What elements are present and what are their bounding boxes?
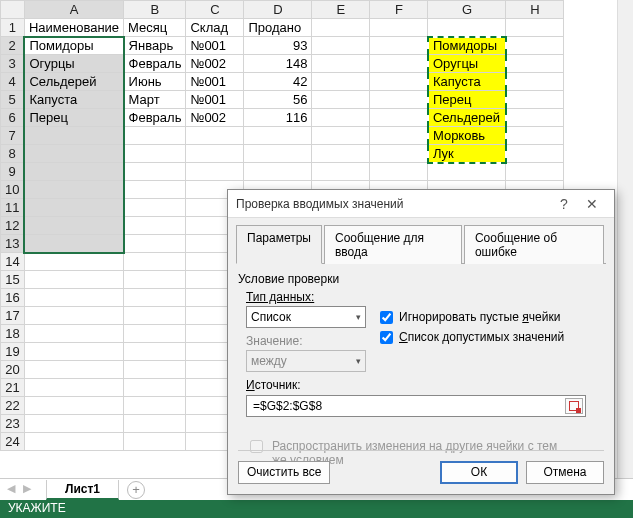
- cell[interactable]: [24, 217, 123, 235]
- cell[interactable]: Помидоры: [428, 37, 506, 55]
- cell[interactable]: [186, 145, 244, 163]
- row-header[interactable]: 6: [1, 109, 25, 127]
- cell[interactable]: Оругцы: [428, 55, 506, 73]
- cell[interactable]: [124, 289, 186, 307]
- col-header-D[interactable]: D: [244, 1, 312, 19]
- cell[interactable]: 93: [244, 37, 312, 55]
- cell[interactable]: 148: [244, 55, 312, 73]
- cell[interactable]: [24, 127, 123, 145]
- cell[interactable]: [24, 199, 123, 217]
- cell[interactable]: [124, 217, 186, 235]
- cell[interactable]: [370, 145, 428, 163]
- row-header[interactable]: 9: [1, 163, 25, 181]
- cell[interactable]: [124, 415, 186, 433]
- cell[interactable]: [312, 73, 370, 91]
- cell[interactable]: [370, 163, 428, 181]
- col-header-H[interactable]: H: [506, 1, 564, 19]
- cell[interactable]: Сельдерей: [428, 109, 506, 127]
- sheet-nav-next-icon[interactable]: ▶: [20, 481, 34, 496]
- cell[interactable]: [24, 415, 123, 433]
- ignore-blank-checkbox[interactable]: Игнорировать пустые ячейки: [380, 310, 564, 324]
- cell[interactable]: [124, 343, 186, 361]
- cell[interactable]: [124, 181, 186, 199]
- row-header[interactable]: 19: [1, 343, 25, 361]
- col-header-B[interactable]: B: [124, 1, 186, 19]
- cell[interactable]: [124, 379, 186, 397]
- row-header[interactable]: 21: [1, 379, 25, 397]
- cell[interactable]: [506, 37, 564, 55]
- col-header-A[interactable]: A: [24, 1, 123, 19]
- cell[interactable]: 56: [244, 91, 312, 109]
- tab-parameters[interactable]: Параметры: [236, 225, 322, 264]
- help-icon[interactable]: ?: [550, 196, 578, 212]
- range-selector-button[interactable]: [565, 398, 583, 414]
- cell[interactable]: [506, 145, 564, 163]
- row-header[interactable]: 13: [1, 235, 25, 253]
- cell[interactable]: №001: [186, 91, 244, 109]
- cell[interactable]: Помидоры: [24, 37, 123, 55]
- cell[interactable]: Январь: [124, 37, 186, 55]
- cell[interactable]: [428, 19, 506, 37]
- col-header-F[interactable]: F: [370, 1, 428, 19]
- cell[interactable]: [370, 37, 428, 55]
- cell[interactable]: [244, 163, 312, 181]
- sheet-nav-prev-icon[interactable]: ◀: [4, 481, 18, 496]
- cell[interactable]: [506, 19, 564, 37]
- row-header[interactable]: 12: [1, 217, 25, 235]
- cell[interactable]: Лук: [428, 145, 506, 163]
- row-header[interactable]: 14: [1, 253, 25, 271]
- cell[interactable]: [24, 163, 123, 181]
- cell[interactable]: [124, 163, 186, 181]
- cell[interactable]: [124, 433, 186, 451]
- cell[interactable]: [186, 127, 244, 145]
- in-cell-dropdown-checkbox[interactable]: Список допустимых значений: [380, 330, 564, 344]
- close-icon[interactable]: ✕: [578, 196, 606, 212]
- cell[interactable]: №001: [186, 73, 244, 91]
- cell[interactable]: [124, 325, 186, 343]
- cell[interactable]: [370, 19, 428, 37]
- cell[interactable]: Июнь: [124, 73, 186, 91]
- cancel-button[interactable]: Отмена: [526, 461, 604, 484]
- cell[interactable]: Склад: [186, 19, 244, 37]
- cell[interactable]: [186, 163, 244, 181]
- cell[interactable]: Перец: [428, 91, 506, 109]
- row-header[interactable]: 15: [1, 271, 25, 289]
- row-header[interactable]: 3: [1, 55, 25, 73]
- cell[interactable]: [244, 127, 312, 145]
- row-header[interactable]: 11: [1, 199, 25, 217]
- ignore-blank-input[interactable]: [380, 311, 393, 324]
- cell[interactable]: [124, 145, 186, 163]
- row-header[interactable]: 16: [1, 289, 25, 307]
- cell[interactable]: [506, 109, 564, 127]
- col-header-E[interactable]: E: [312, 1, 370, 19]
- clear-all-button[interactable]: Очистить все: [238, 461, 330, 484]
- cell[interactable]: [24, 145, 123, 163]
- cell[interactable]: Перец: [24, 109, 123, 127]
- source-input[interactable]: [251, 398, 565, 414]
- vertical-scrollbar[interactable]: [617, 0, 633, 480]
- cell[interactable]: №002: [186, 55, 244, 73]
- cell[interactable]: [24, 181, 123, 199]
- cell[interactable]: [312, 19, 370, 37]
- cell[interactable]: [506, 91, 564, 109]
- dialog-titlebar[interactable]: Проверка вводимых значений ? ✕: [228, 190, 614, 218]
- cell[interactable]: [24, 343, 123, 361]
- cell[interactable]: [506, 127, 564, 145]
- cell[interactable]: [124, 307, 186, 325]
- col-header-C[interactable]: C: [186, 1, 244, 19]
- cell[interactable]: [124, 235, 186, 253]
- cell[interactable]: [24, 235, 123, 253]
- allow-type-combo[interactable]: Список ▾: [246, 306, 366, 328]
- row-header[interactable]: 17: [1, 307, 25, 325]
- cell[interactable]: [312, 127, 370, 145]
- cell[interactable]: Март: [124, 91, 186, 109]
- cell[interactable]: Сельдерей: [24, 73, 123, 91]
- cell[interactable]: 116: [244, 109, 312, 127]
- cell[interactable]: Морковь: [428, 127, 506, 145]
- tab-input-message[interactable]: Сообщение для ввода: [324, 225, 462, 264]
- cell[interactable]: [24, 271, 123, 289]
- cell[interactable]: [506, 55, 564, 73]
- cell[interactable]: [124, 199, 186, 217]
- cell[interactable]: [124, 271, 186, 289]
- cell[interactable]: [370, 127, 428, 145]
